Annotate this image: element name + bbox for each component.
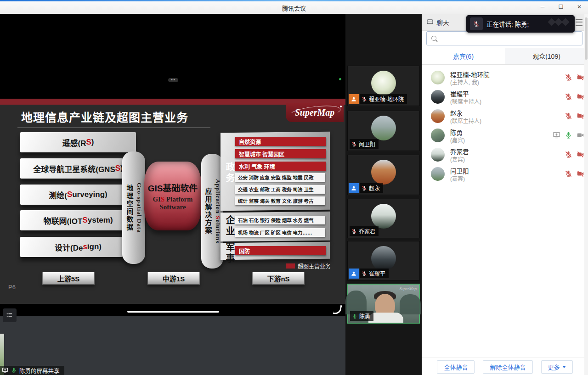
mic-muted-icon[interactable] [565,151,572,158]
panel-scrollbar[interactable] [584,14,588,375]
video-tile-cui[interactable]: 崔耀平 [347,241,420,280]
label-part: ystem) [88,216,113,225]
video-tile-chen-speaking[interactable]: SuperMap 陈勇 [347,284,420,324]
mute-all-button[interactable]: 全体静音 [437,360,475,374]
minimize-button[interactable]: ─ [537,2,548,12]
label-part: ign) [87,242,102,252]
slide-title-underline [17,127,210,128]
tile-namebar: 陈勇 [350,311,373,321]
label-highlight: s [83,242,87,252]
military-row: 国防 [235,246,326,255]
close-button[interactable]: ✕ [574,2,584,12]
participant-row[interactable]: 程亚楠-地环院 (主持人, 我) [422,68,588,87]
mic-muted-icon [362,96,367,102]
video-tile-yan[interactable]: 闫卫阳 [347,111,420,151]
section-label-gov: 政务 [223,162,237,184]
label-part: urveying) [72,190,107,199]
chat-icon[interactable] [426,18,434,26]
chat-tab-label[interactable]: 聊天 [436,17,449,27]
participant-role: (嘉宾) [450,155,465,163]
tile-name: 闫卫阳 [359,140,375,148]
participant-role: (联席主持人) [450,117,481,124]
gov-row: 自然资源 [235,137,326,146]
annotation-list-button[interactable] [3,308,17,322]
video-tile-zhao[interactable]: 赵永 [347,155,420,195]
cohost-badge-icon [349,183,359,193]
video-tile-qiao[interactable]: 乔家君 [347,199,420,238]
host-badge-icon [349,94,359,104]
avatar [371,246,396,271]
search-input[interactable] [439,31,582,45]
label-part: 测绘( [49,189,67,201]
video-tile-cheng[interactable]: 程亚楠-地环院 [347,66,420,106]
participant-row[interactable]: 乔家君 (嘉宾) [422,145,588,164]
gov-row: 交通 农业 邮政 工商 税务 司法 卫生 [235,185,325,194]
camera-on-icon[interactable] [577,131,584,139]
upstream-box-gnss: 全球导航卫星系统(GNSS) [20,158,136,179]
participant-status-icons [565,112,584,120]
annotation-curve [333,304,342,315]
camera-muted-icon[interactable] [577,112,584,120]
gov-row: 统计 监察 海关 教育 文化 旅游 考古 [235,196,325,205]
label-highlight: S [115,164,120,173]
camera-muted-icon[interactable] [577,93,584,101]
gis-core-en2: Software [159,203,186,211]
mic-muted-icon[interactable] [565,93,572,101]
label-part: ) [91,138,94,147]
slide-title: 地理信息产业链及超图主营业务 [21,108,188,125]
mic-muted-icon[interactable] [565,73,572,81]
geo-band-en: Geo-spatial Data [136,183,143,233]
tile-name: 赵永 [369,184,380,192]
label-highlight: S [86,138,91,147]
menu-icon[interactable] [576,19,582,26]
participant-name: 崔耀平 [450,89,469,98]
camera-muted-icon[interactable] [577,170,584,178]
participant-row[interactable]: 陈勇 (嘉宾) [422,126,588,145]
avatar [431,129,445,142]
gov-row: 水利 气象 环境 [235,162,326,171]
tile-name: 乔家君 [359,227,375,235]
mic-muted-icon [351,141,357,147]
scrollbar-thumb[interactable] [585,17,588,60]
participant-name: 闫卫阳 [450,166,469,175]
cohost-badge-icon [349,269,359,279]
more-button[interactable]: 更多 [541,360,573,374]
participant-row[interactable]: 赵永 (联席主持人) [422,106,588,126]
toast-micbox [470,17,483,30]
tencent-meeting-window: 腾讯会议 ─ ☐ ✕ ••• 地理信息产业链及超图主营业务 SuperMap 遥… [0,0,588,375]
tile-namebar: 闫卫阳 [350,139,379,149]
avatar [371,71,396,95]
tab-guests[interactable]: 嘉宾(6) [422,48,505,64]
gov-row: 智慧城市 智慧园区 [235,149,326,158]
upstream-box-iot: 物联网(IOT System) [20,210,136,230]
avatar [431,71,445,84]
supermap-logo: SuperMap [286,103,344,122]
more-dots-icon[interactable]: ••• [168,78,178,82]
chevron-down-icon [562,366,566,368]
tab-audience[interactable]: 观众(109) [505,48,588,64]
geo-data-band: 地理空间数据 Geo-spatial Data [122,151,145,264]
list-icon [6,312,13,319]
participant-row[interactable]: 崔耀平 (联席主持人) [422,87,588,106]
screen-share-icon[interactable] [553,131,560,139]
section-label-enterprise: 企业 [223,215,237,237]
avatar [371,116,396,140]
label-part: 遥感(R [62,137,86,148]
mic-on-icon[interactable] [565,131,572,139]
maximize-button[interactable]: ☐ [556,2,566,12]
label-part: 设计(De [55,241,83,253]
green-status-dot [339,78,341,80]
legend-text: 超图主营业务 [298,262,331,270]
mic-muted-icon[interactable] [565,170,572,178]
avatar [431,148,445,162]
camera-muted-icon[interactable] [577,73,584,81]
mic-muted-icon[interactable] [565,112,572,120]
screen-share-icon [2,367,8,374]
unmute-all-button[interactable]: 解除全体静音 [483,360,532,374]
tier-downstream: 下游nS [252,272,305,285]
participant-name: 赵永 [450,108,463,118]
participant-row[interactable]: 闫卫阳 (嘉宾) [422,164,588,184]
upstream-box-surveying: 测绘(Surveying) [20,185,136,205]
button-label: 全体静音 [444,363,468,371]
camera-muted-icon[interactable] [577,151,584,158]
